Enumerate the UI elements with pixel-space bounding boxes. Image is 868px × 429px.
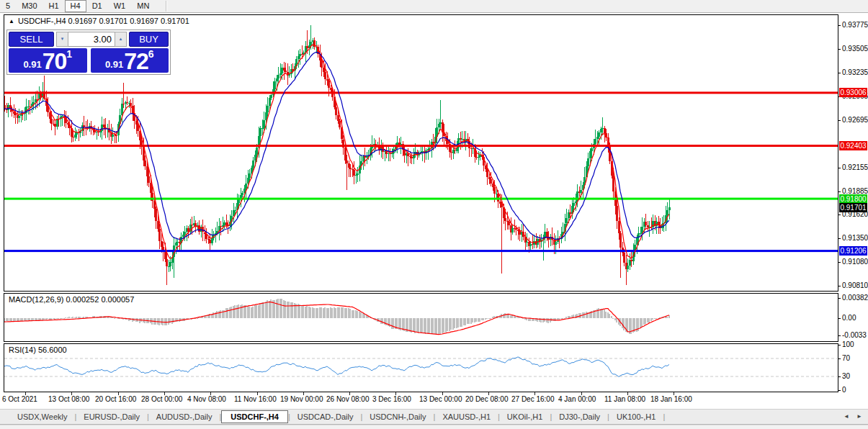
tabs-scroll-left-icon[interactable]: ◄ (844, 413, 849, 420)
trading-terminal-window: 5M30H1H4D1W1MN ▲USDCHF-,H4 0.91697 0.917… (0, 0, 868, 429)
buy-price-base: 0.91 (105, 58, 123, 72)
rsi-tick-mark (838, 390, 841, 391)
price-level-badge: 0.92403 (839, 141, 867, 150)
date-tick-label: 26 Nov 08:00 (326, 395, 370, 403)
chart-tab-usdcnh[interactable]: USDCNH-,Daily (362, 411, 433, 423)
buy-button[interactable]: BUY (129, 32, 169, 47)
date-tick-label: 6 Oct 2021 (2, 395, 37, 403)
buy-price-sup: 6 (148, 49, 154, 59)
date-tick-mark (118, 392, 119, 395)
chart-tab-ukoil[interactable]: UKOil-,H1 (500, 411, 550, 423)
price-tick-label: 0.91080 (842, 258, 868, 266)
date-tick-label: 4 Nov 08:00 (187, 395, 226, 403)
date-tick-label: 18 Jan 16:00 (650, 395, 692, 403)
date-tick-label: 20 Oct 16:00 (95, 395, 136, 403)
price-tick-mark (838, 262, 841, 263)
date-tick-mark (488, 392, 489, 395)
date-tick-mark (71, 392, 72, 395)
timeframe-toolbar: 5M30H1H4D1W1MN (0, 0, 868, 13)
date-tick-mark (581, 392, 582, 395)
up-arrow-icon: ▲ (119, 37, 123, 41)
rsi-tick-label: 30 (842, 372, 850, 380)
price-tick-mark (838, 25, 841, 26)
date-tick-label: 27 Dec 16:00 (511, 395, 555, 403)
macd-label: MACD(12,26,9) 0.000252 0.000057 (9, 295, 134, 304)
chart-tabs: USDX,Weekly|EURUSD-,Daily|AUDUSD-,Daily|… (0, 409, 868, 425)
price-tick-label: 0.92155 (842, 163, 868, 171)
price-tick-mark (838, 49, 841, 50)
timeframe-button-mn[interactable]: MN (131, 0, 155, 12)
price-tick-label: 0.90810 (842, 281, 868, 289)
collapse-arrow-icon[interactable]: ▲ (9, 18, 14, 24)
date-tick-mark (164, 392, 165, 395)
status-strip (0, 425, 868, 429)
chart-tab-xauusd[interactable]: XAUUSD-,H1 (435, 411, 498, 423)
rsi-tick-mark (838, 358, 841, 359)
date-tick-label: 28 Oct 00:00 (141, 395, 182, 403)
buy-price-big: 72 (124, 50, 148, 72)
chart-tab-uk100[interactable]: UK100-,H1 (609, 411, 663, 423)
macd-tick-label: -0.0033 (842, 331, 867, 339)
date-tick-label: 11 Nov 16:00 (234, 395, 277, 403)
chart-tab-audusd[interactable]: AUDUSD-,Daily (149, 411, 220, 423)
price-tick-mark (838, 168, 841, 168)
price-level-badge: 0.91701 (839, 203, 867, 212)
price-tick-mark (838, 191, 841, 192)
rsi-tick-label: 70 (842, 354, 850, 362)
date-tick-mark (534, 392, 535, 395)
macd-tick-label: 0.00 (842, 314, 856, 322)
date-tick-mark (303, 392, 304, 395)
volume-stepper: ▼ ▲ (56, 32, 127, 47)
date-tick-mark (349, 392, 350, 395)
down-arrow-icon: ▼ (61, 37, 65, 41)
price-tick-mark (838, 238, 841, 239)
price-level-badge: 0.93006 (839, 88, 867, 97)
rsi-panel-chart[interactable] (4, 343, 838, 392)
price-tick-mark (838, 120, 841, 121)
toolbar-separator (166, 1, 167, 12)
price-tick-mark (838, 286, 841, 286)
price-tick-label: 0.91350 (842, 234, 868, 242)
date-tick-label: 13 Dec 00:00 (419, 395, 462, 403)
sell-price-big: 70 (42, 50, 67, 72)
date-tick-mark (210, 392, 211, 395)
chart-tab-dj30[interactable]: DJ30-,Daily (552, 411, 607, 423)
tab-separator: | (663, 412, 665, 421)
chart-title-text: USDCHF-,H4 0.91697 0.91701 0.91697 0.917… (18, 17, 189, 25)
date-tick-label: 20 Dec 08:00 (465, 395, 509, 403)
sell-button[interactable]: SELL (9, 32, 54, 47)
timeframe-button-5[interactable]: 5 (0, 0, 16, 12)
date-tick-label: 4 Jan 00:00 (558, 395, 596, 403)
timeframe-button-h1[interactable]: H1 (43, 0, 65, 12)
rsi-tick-label: 0 (842, 386, 846, 394)
chart-tab-usdcad[interactable]: USDCAD-,Daily (290, 411, 361, 423)
time-axis[interactable]: 6 Oct 202113 Oct 08:0020 Oct 16:0028 Oct… (0, 392, 868, 408)
timeframe-button-d1[interactable]: D1 (86, 0, 108, 12)
volume-increase-button[interactable]: ▲ (115, 32, 127, 47)
date-tick-mark (627, 392, 628, 395)
timeframe-button-w1[interactable]: W1 (108, 0, 132, 12)
macd-tick-mark (838, 298, 841, 299)
date-tick-mark (257, 392, 258, 395)
rsi-tick-mark (838, 345, 841, 346)
chart-tab-eurusd[interactable]: EURUSD-,Daily (76, 411, 147, 423)
sell-price-sup: 1 (66, 49, 72, 59)
price-tick-label: 0.93505 (842, 45, 868, 53)
volume-input[interactable] (68, 32, 115, 47)
price-tick-mark (838, 73, 841, 73)
volume-decrease-button[interactable]: ▼ (56, 32, 68, 47)
chart-title: ▲USDCHF-,H4 0.91697 0.91701 0.91697 0.91… (9, 17, 189, 25)
timeframe-button-m30[interactable]: M30 (16, 0, 42, 12)
sell-price-base: 0.91 (23, 58, 41, 72)
timeframe-button-h4[interactable]: H4 (65, 0, 86, 12)
rsi-label: RSI(14) 56.6000 (9, 346, 67, 354)
buy-price-display[interactable]: 0.91726 (91, 48, 169, 73)
macd-tick-mark (838, 318, 841, 319)
sell-price-display[interactable]: 0.91701 (9, 48, 87, 73)
chart-tab-usdchf[interactable]: USDCHF-,H4 (221, 410, 288, 423)
tabs-scroll-right-icon[interactable]: ► (856, 413, 862, 420)
rsi-tick-mark (838, 376, 841, 377)
date-tick-label: 11 Jan 08:00 (604, 395, 645, 403)
price-tick-mark (838, 214, 841, 215)
chart-tab-usdx[interactable]: USDX,Weekly (10, 411, 74, 423)
